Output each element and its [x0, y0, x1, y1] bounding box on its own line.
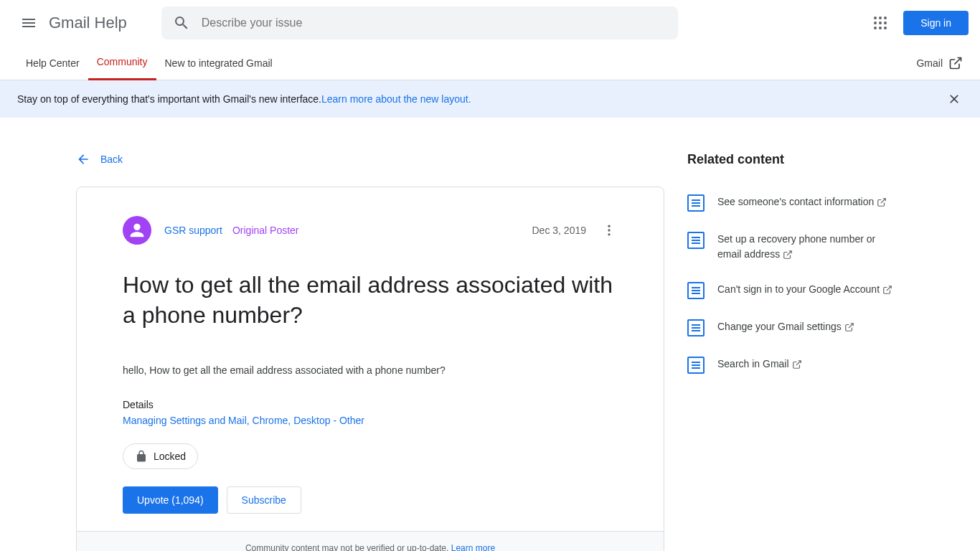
google-apps-button[interactable]: [866, 9, 895, 37]
svg-point-10: [608, 225, 610, 227]
info-banner: Stay on top of everything that's importa…: [0, 80, 980, 118]
lock-icon: [135, 450, 148, 463]
svg-point-6: [874, 27, 877, 29]
locked-chip: Locked: [123, 443, 198, 469]
svg-point-5: [884, 22, 887, 24]
more-vert-icon: [602, 223, 616, 237]
search-box[interactable]: [161, 6, 678, 39]
avatar[interactable]: [123, 216, 151, 245]
main-menu-button[interactable]: [11, 6, 46, 40]
tag-link[interactable]: Desktop - Other: [293, 415, 364, 426]
related-item[interactable]: See someone's contact information: [687, 184, 895, 222]
header: Gmail Help Sign in: [0, 0, 980, 46]
related-text: See someone's contact information: [717, 194, 887, 209]
post-body: hello, How to get all the email address …: [123, 364, 618, 376]
post-author[interactable]: GSR support: [164, 225, 222, 236]
tag-link[interactable]: Managing Settings and Mail: [123, 415, 247, 426]
article-icon: [687, 194, 705, 212]
sidebar-title: Related content: [687, 152, 895, 167]
post-date: Dec 3, 2019: [532, 225, 587, 236]
search-input[interactable]: [202, 17, 666, 29]
article-icon: [687, 232, 705, 249]
person-icon: [127, 220, 147, 240]
details-label: Details: [123, 399, 618, 410]
tab-help-center[interactable]: Help Center: [17, 46, 88, 80]
related-item[interactable]: Can't sign in to your Google Account: [687, 272, 895, 309]
tab-community[interactable]: Community: [88, 46, 156, 80]
external-link-icon: [877, 197, 887, 207]
svg-point-7: [879, 27, 882, 29]
details-tags: Managing Settings and Mail, Chrome, Desk…: [123, 415, 618, 426]
hamburger-icon: [20, 14, 37, 32]
footer-text: Community content may not be verified or…: [245, 543, 451, 551]
post-actions: Upvote (1,094) Subscribe: [123, 486, 618, 514]
page-title[interactable]: Gmail Help: [49, 14, 127, 32]
gmail-link-label: Gmail: [916, 57, 943, 69]
sidebar: Related content See someone's contact in…: [687, 152, 895, 551]
post-card: GSR support Original Poster Dec 3, 2019 …: [76, 187, 664, 551]
content-area: Back GSR support Original Poster Dec 3, …: [36, 118, 944, 551]
post-header: GSR support Original Poster Dec 3, 2019: [123, 216, 618, 245]
search-icon: [173, 14, 190, 32]
external-link-icon: [844, 322, 854, 332]
svg-point-9: [133, 224, 140, 230]
close-icon: [947, 92, 961, 106]
svg-point-12: [608, 233, 610, 235]
article-icon: [687, 357, 705, 374]
post-badge: Original Poster: [232, 225, 299, 236]
signin-button[interactable]: Sign in: [903, 11, 969, 35]
svg-point-8: [884, 27, 887, 29]
footer-note: Community content may not be verified or…: [77, 531, 664, 551]
related-item[interactable]: Change your Gmail settings: [687, 309, 895, 347]
banner-close-button[interactable]: [946, 90, 963, 108]
upvote-button[interactable]: Upvote (1,094): [123, 486, 218, 514]
related-text: Change your Gmail settings: [717, 319, 854, 334]
svg-point-1: [879, 17, 882, 19]
banner-link[interactable]: Learn more about the new layout.: [321, 93, 471, 105]
tag-link[interactable]: Chrome: [253, 415, 288, 426]
svg-point-0: [874, 17, 877, 19]
banner-text: Stay on top of everything that's importa…: [17, 93, 321, 105]
related-text: Search in Gmail: [717, 357, 802, 372]
post-more-button[interactable]: [600, 222, 618, 239]
footer-link[interactable]: Learn more: [451, 543, 495, 551]
back-link[interactable]: Back: [76, 152, 123, 166]
main-column: Back GSR support Original Poster Dec 3, …: [76, 152, 664, 551]
external-link-icon: [792, 359, 802, 369]
apps-grid-icon: [872, 14, 889, 32]
svg-point-4: [879, 22, 882, 24]
article-icon: [687, 319, 705, 336]
subscribe-button[interactable]: Subscribe: [227, 486, 301, 514]
arrow-back-icon: [76, 152, 90, 166]
svg-point-2: [884, 17, 887, 19]
article-icon: [687, 282, 705, 299]
svg-point-3: [874, 22, 877, 24]
related-item[interactable]: Set up a recovery phone number or email …: [687, 222, 895, 272]
external-link-icon: [882, 285, 892, 295]
post-title: How to get all the email address associa…: [123, 270, 618, 330]
tab-new-gmail[interactable]: New to integrated Gmail: [156, 46, 281, 80]
related-item[interactable]: Search in Gmail: [687, 347, 895, 384]
related-text: Can't sign in to your Google Account: [717, 282, 892, 297]
svg-point-11: [608, 229, 610, 231]
external-link-icon: [948, 56, 963, 70]
back-label: Back: [100, 154, 123, 165]
related-text: Set up a recovery phone number or email …: [717, 232, 895, 262]
external-link-icon: [783, 250, 793, 260]
header-right: Sign in: [866, 9, 969, 37]
locked-label: Locked: [154, 451, 186, 462]
gmail-external-link[interactable]: Gmail: [916, 56, 963, 70]
tabs-nav: Help Center Community New to integrated …: [0, 46, 980, 80]
